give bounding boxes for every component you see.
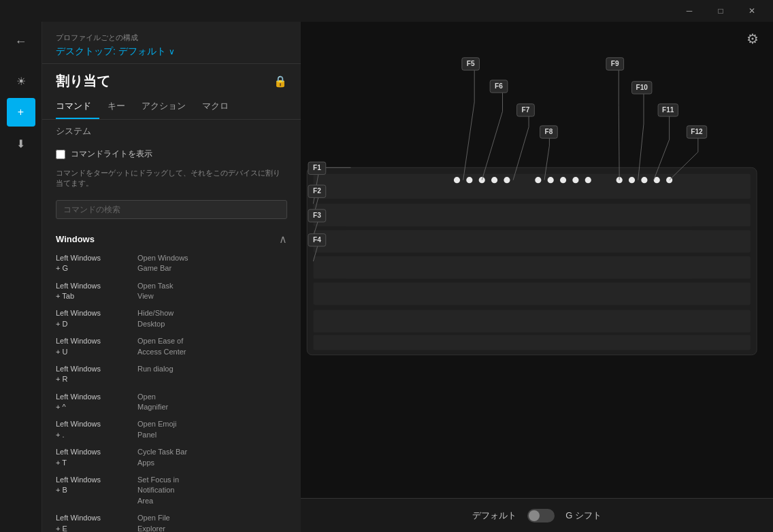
list-item[interactable]: Left Windows+ ^ OpenMagnifier [42,388,301,416]
tab-macro[interactable]: マクロ [194,96,237,119]
svg-point-13 [535,177,541,183]
tab-key[interactable]: キー [99,96,133,119]
list-item[interactable]: Left Windows+ T Cycle Task BarApps [42,444,301,471]
cmd-key: Left Windows+ ^ [56,392,137,413]
svg-rect-5 [313,282,751,305]
svg-line-32 [619,105,619,180]
tab-action[interactable]: アクション [133,96,194,119]
svg-point-16 [572,177,578,183]
sub-tab-system[interactable]: システム [56,126,91,136]
svg-line-26 [482,112,502,180]
svg-point-9 [466,177,472,183]
list-item[interactable]: Left Windows+ Tab Open TaskView [42,278,301,305]
cmd-action: Open Ease ofAccess Center [137,336,186,357]
svg-text:F12: F12 [691,128,703,135]
cmd-key: Left Windows+ E [56,513,137,532]
panel-header: プロファイルごとの構成 デスクトップ: デフォルト ∨ [42,22,301,64]
cmd-action: Open EmojiPanel [137,419,176,440]
svg-rect-7 [313,335,751,350]
titlebar: ─ □ ✕ [0,0,773,22]
svg-rect-56 [658,104,678,116]
keyboard-area: ⚙ [301,22,773,532]
svg-line-24 [463,102,475,180]
back-button[interactable]: ← [7,27,35,56]
cmd-action: Open WindowsGame Bar [137,253,188,274]
commandlight-checkbox[interactable] [56,150,65,159]
svg-rect-6 [313,310,751,333]
cmd-action: Set Focus inNotificationArea [137,475,179,506]
collapse-icon[interactable]: ∧ [279,233,287,246]
settings-button[interactable]: ⚙ [732,22,773,56]
svg-point-10 [479,177,485,183]
svg-point-17 [585,177,591,183]
svg-rect-64 [308,210,326,222]
list-item[interactable]: Left Windows+ E Open FileExplorer [42,510,301,532]
tab-row: コマンド キー アクション マクロ [42,96,301,120]
svg-line-34 [638,124,644,180]
svg-line-40 [313,167,319,203]
svg-point-20 [641,177,647,183]
svg-rect-58 [687,126,706,138]
svg-text:F8: F8 [545,128,553,135]
profile-chevron-icon: ∨ [169,47,175,56]
profile-label: プロファイルごとの構成 [56,33,287,43]
gshift-label: G シフト [565,510,602,522]
svg-rect-46 [490,80,508,93]
minimize-button[interactable]: ─ [674,0,705,22]
list-item[interactable]: Left Windows+ R Run dialog [42,361,301,388]
svg-rect-4 [313,256,751,279]
gshift-toggle[interactable] [527,509,555,522]
cmd-key: Left Windows+ R [56,364,137,385]
sidebar-icon-onboard[interactable]: ⬇ [7,129,35,158]
svg-rect-66 [308,234,326,246]
svg-text:F2: F2 [313,187,321,195]
cmd-action: Hide/ShowDesktop [137,308,174,329]
keyboard-visualization: F5 F6 F7 F8 F9 F10 F11 F12 F1 [301,22,773,532]
svg-line-36 [654,139,670,180]
svg-point-21 [654,177,660,183]
svg-point-12 [504,177,510,183]
svg-rect-3 [313,230,751,252]
svg-text:F1: F1 [313,164,321,171]
svg-rect-50 [540,126,558,138]
svg-line-38 [670,152,698,180]
svg-text:F6: F6 [495,82,503,90]
default-label: デフォルト [472,510,516,522]
sidebar-icon-brightness[interactable]: ☀ [7,67,35,95]
cmd-key: Left Windows+ Tab [56,281,137,302]
search-input[interactable] [56,200,287,219]
svg-point-22 [666,177,672,183]
list-item[interactable]: Left Windows+ U Open Ease ofAccess Cente… [42,333,301,361]
sidebar-icon-assign[interactable]: + [7,98,35,127]
cmd-action: Run dialog [137,364,174,374]
cmd-action: Open FileExplorer [137,513,170,532]
lock-icon: 🔒 [274,75,287,88]
close-button[interactable]: ✕ [736,0,768,22]
windows-section-header: Windows ∧ [42,226,301,250]
panel-title-row: 割り当て 🔒 [42,64,301,96]
command-list: Windows ∧ Left Windows+ G Open WindowsGa… [42,226,301,532]
cmd-action: Cycle Task BarApps [137,447,187,468]
svg-point-8 [454,177,460,183]
cmd-key: Left Windows+ U [56,336,137,357]
tab-command[interactable]: コマンド [56,96,99,119]
search-row [42,196,301,226]
svg-point-18 [616,177,623,183]
panel-title: 割り当て [56,72,110,90]
svg-rect-0 [307,167,757,354]
svg-rect-44 [462,58,480,70]
cmd-key: Left Windows+ B [56,475,137,496]
list-item[interactable]: Left Windows+ G Open WindowsGame Bar [42,250,301,278]
list-item[interactable]: Left Windows+ B Set Focus inNotification… [42,471,301,510]
profile-selector[interactable]: デスクトップ: デフォルト ∨ [56,46,287,58]
cmd-key: Left Windows+ G [56,253,137,274]
svg-point-19 [629,177,635,183]
svg-line-28 [513,127,529,180]
list-item[interactable]: Left Windows+ . Open EmojiPanel [42,416,301,444]
svg-rect-48 [517,104,535,116]
cmd-action: Open TaskView [137,281,173,302]
list-item[interactable]: Left Windows+ D Hide/ShowDesktop [42,305,301,333]
svg-line-42 [313,216,319,236]
app-container: ← ☀ + ⬇ プロファイルごとの構成 デスクトップ: デフォルト ∨ 割り当て… [0,22,773,532]
maximize-button[interactable]: □ [705,0,736,22]
